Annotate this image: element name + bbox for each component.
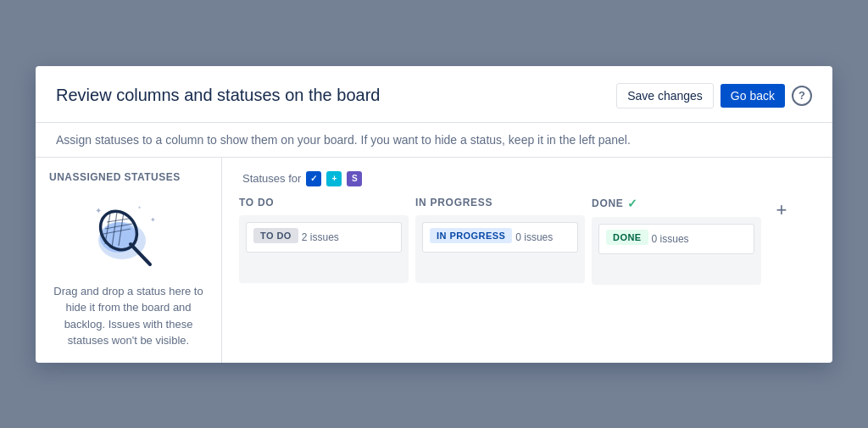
modal-body: Unassigned statuses ✦ ✦ ✦ ✦ <box>36 158 832 363</box>
unassigned-panel: Unassigned statuses ✦ ✦ ✦ ✦ <box>36 158 222 363</box>
todo-issues-count: 2 issues <box>302 231 339 243</box>
column-inprogress: IN PROGRESS IN PROGRESS 0 issues <box>415 197 585 283</box>
project-icon-blue[interactable]: ✓ <box>306 171 321 186</box>
statuses-for-section: Statuses for ✓ + S <box>239 171 815 186</box>
unassigned-title: Unassigned statuses <box>49 171 181 183</box>
svg-text:✦: ✦ <box>137 205 142 210</box>
svg-text:✦: ✦ <box>95 206 102 215</box>
add-column-button[interactable]: + <box>768 197 795 224</box>
modal-subtitle: Assign statuses to a column to show them… <box>36 123 832 158</box>
modal-header-actions: Save changes Go back ? <box>616 83 812 108</box>
column-title-inprogress: IN PROGRESS <box>415 197 585 208</box>
project-icon-purple[interactable]: S <box>347 171 362 186</box>
statuses-for-label: Statuses for <box>242 172 301 185</box>
unassigned-description: Drag and drop a status here to hide it f… <box>49 283 208 349</box>
column-done: DONE ✓ DONE 0 issues <box>592 197 761 285</box>
columns-header-row: TO DO TO DO 2 issues IN PROGRESS <box>239 197 815 285</box>
status-item-todo: TO DO 2 issues <box>246 222 402 253</box>
columns-area: Statuses for ✓ + S TO DO TO DO <box>222 158 832 363</box>
modal: Review columns and statuses on the board… <box>36 66 832 363</box>
status-item-inprogress: IN PROGRESS 0 issues <box>422 222 578 253</box>
save-changes-button[interactable]: Save changes <box>616 83 714 108</box>
unassigned-illustration: ✦ ✦ ✦ ✦ <box>49 197 208 349</box>
modal-header: Review columns and statuses on the board… <box>36 66 832 123</box>
done-badge: DONE <box>606 230 648 245</box>
unassigned-illustration-svg: ✦ ✦ ✦ ✦ <box>86 197 171 273</box>
go-back-button[interactable]: Go back <box>721 84 785 108</box>
svg-line-9 <box>107 219 129 222</box>
modal-title: Review columns and statuses on the board <box>56 86 380 105</box>
todo-badge: TO DO <box>253 228 298 243</box>
done-issues-count: 0 issues <box>652 233 689 245</box>
inprogress-issues-count: 0 issues <box>515 231 553 243</box>
status-item-done: DONE 0 issues <box>598 224 754 254</box>
modal-backdrop: Review columns and statuses on the board… <box>0 0 868 428</box>
done-check-icon: ✓ <box>627 197 638 210</box>
inprogress-badge: IN PROGRESS <box>430 228 512 243</box>
status-column-inprogress[interactable]: IN PROGRESS 0 issues <box>415 215 585 283</box>
status-column-done[interactable]: DONE 0 issues <box>592 217 761 285</box>
svg-text:✦: ✦ <box>150 216 156 224</box>
project-icon-teal[interactable]: + <box>326 171 342 186</box>
help-icon[interactable]: ? <box>792 86 812 106</box>
status-column-todo[interactable]: TO DO 2 issues <box>239 215 409 283</box>
column-title-done: DONE ✓ <box>592 197 761 210</box>
column-todo: TO DO TO DO 2 issues <box>239 197 409 283</box>
column-title-todo: TO DO <box>239 197 409 208</box>
